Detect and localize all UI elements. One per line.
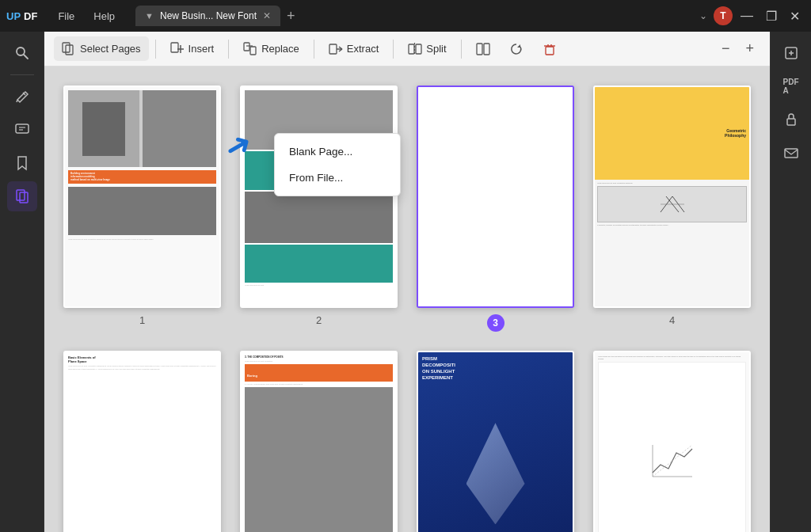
select-pages-button[interactable]: Select Pages: [54, 36, 149, 61]
active-tab[interactable]: ▼ New Busin... New Font ✕: [135, 6, 280, 26]
user-avatar[interactable]: T: [714, 6, 733, 25]
page-thumb-5[interactable]: Basic Elements ofPlane Space Lorem ipsum…: [63, 351, 221, 532]
page-item-5: Basic Elements ofPlane Space Lorem ipsum…: [63, 351, 221, 532]
replace-label: Replace: [261, 43, 299, 55]
zoom-in-button[interactable]: +: [739, 37, 760, 60]
page-thumb-6[interactable]: 3. THE COMPOSITION OF POINTS Lorem ipsum…: [240, 351, 398, 532]
page-thumb-8[interactable]: These studies and their foundations for …: [593, 351, 751, 532]
sidebar-bookmark-icon[interactable]: [7, 148, 37, 178]
right-sidebar-pdfa-icon[interactable]: PDFA: [776, 71, 806, 101]
pages-grid: Building environmentinformation modeling…: [44, 66, 770, 532]
page-number-4: 4: [669, 314, 675, 326]
page-number-1: 1: [139, 314, 145, 326]
right-sidebar: PDFA: [770, 32, 811, 532]
svg-line-37: [653, 445, 692, 477]
tab-title: New Busin... New Font: [160, 10, 257, 21]
app-logo: UPDF: [6, 10, 37, 22]
tab-area: ▼ New Busin... New Font ✕ +: [135, 6, 693, 26]
sidebar-comment-icon[interactable]: [7, 115, 37, 145]
tab-close-button[interactable]: ✕: [263, 10, 271, 21]
dropdown-arrow-icon[interactable]: ⌄: [699, 10, 707, 21]
svg-rect-41: [787, 119, 795, 125]
minimize-button[interactable]: —: [736, 6, 758, 26]
new-tab-button[interactable]: +: [287, 8, 295, 25]
main-layout: Select Pages Insert Replace: [0, 32, 811, 532]
page-item-7: PRISMDECOMPOSITION SUNLIGHTEXPERIMENT Pa…: [417, 351, 574, 532]
maximize-button[interactable]: ❐: [761, 6, 782, 27]
page-thumb-4[interactable]: GeometricPhilosophy Lorem ipsum dolor si…: [593, 86, 751, 308]
svg-marker-26: [517, 44, 520, 48]
blank-page-option[interactable]: Blank Page...: [275, 139, 400, 165]
sidebar-edit-icon[interactable]: [7, 82, 37, 112]
svg-rect-7: [17, 190, 25, 200]
right-sidebar-lock-icon[interactable]: [776, 104, 806, 135]
page-item-8: These studies and their foundations for …: [593, 351, 751, 532]
dual-page-button[interactable]: [468, 37, 498, 61]
file-menu[interactable]: File: [50, 7, 82, 25]
content-area: Select Pages Insert Replace: [44, 32, 770, 532]
toolbar-separator-3: [314, 40, 314, 59]
toolbar-separator-2: [228, 40, 229, 59]
logo-df: DF: [24, 10, 37, 22]
toolbar: Select Pages Insert Replace: [44, 32, 770, 66]
insert-icon: [170, 41, 185, 56]
select-pages-label: Select Pages: [80, 43, 141, 55]
extract-label: Extract: [347, 43, 379, 55]
logo-up: UP: [6, 10, 21, 22]
rotate-button[interactable]: [501, 37, 531, 61]
title-bar: UPDF File Help ▼ New Busin... New Font ✕…: [0, 0, 811, 32]
from-file-option[interactable]: From File...: [275, 165, 400, 191]
extract-button[interactable]: Extract: [321, 36, 386, 61]
split-button[interactable]: Split: [400, 36, 454, 61]
insert-button[interactable]: Insert: [162, 36, 223, 61]
page-item-3: 3: [417, 86, 574, 332]
sidebar-divider: [10, 74, 34, 75]
zoom-out-button[interactable]: −: [715, 37, 737, 60]
insert-label: Insert: [188, 43, 215, 55]
menu-bar: File Help: [50, 7, 123, 25]
svg-rect-25: [484, 44, 489, 55]
svg-line-2: [17, 100, 17, 102]
page-item-4: GeometricPhilosophy Lorem ipsum dolor si…: [593, 86, 751, 332]
delete-button[interactable]: [535, 37, 565, 61]
svg-rect-22: [416, 44, 421, 54]
svg-rect-11: [171, 43, 178, 52]
help-menu[interactable]: Help: [86, 7, 123, 25]
page-thumb-2[interactable]: Lorem ipsum dolor sit amet: [240, 86, 398, 308]
left-sidebar: [0, 32, 44, 532]
toolbar-separator-5: [461, 40, 462, 59]
split-label: Split: [426, 43, 446, 55]
sidebar-pages-icon[interactable]: [7, 181, 37, 211]
toolbar-separator-1: [155, 40, 156, 59]
close-button[interactable]: ✕: [785, 6, 805, 27]
svg-line-1: [24, 55, 28, 59]
page-item-1: Building environmentinformation modeling…: [63, 86, 221, 332]
sidebar-search-icon[interactable]: [7, 38, 37, 68]
svg-rect-42: [785, 149, 798, 158]
replace-icon: [243, 41, 257, 56]
page-number-2: 2: [316, 314, 322, 326]
select-pages-icon: [62, 41, 76, 56]
right-sidebar-mail-icon[interactable]: [776, 138, 806, 168]
page-item-2: Lorem ipsum dolor sit amet 2: [240, 86, 398, 332]
svg-rect-21: [409, 44, 414, 54]
svg-rect-8: [20, 192, 28, 203]
svg-rect-14: [244, 43, 249, 51]
right-sidebar-export-icon[interactable]: [776, 38, 806, 68]
window-controls: ⌄ T — ❐ ✕: [699, 6, 805, 27]
extract-icon: [329, 41, 343, 56]
toolbar-separator-4: [393, 40, 394, 59]
split-icon: [408, 41, 422, 56]
svg-rect-27: [546, 47, 554, 55]
svg-rect-4: [16, 124, 29, 133]
page-item-6: 3. THE COMPOSITION OF POINTS Lorem ipsum…: [240, 351, 398, 532]
svg-rect-17: [329, 44, 337, 54]
svg-rect-15: [250, 47, 256, 55]
replace-button[interactable]: Replace: [235, 36, 307, 61]
page-thumb-3[interactable]: [417, 86, 574, 308]
page-thumb-1[interactable]: Building environmentinformation modeling…: [63, 86, 221, 308]
page-number-badge-3: 3: [487, 314, 504, 332]
page-thumb-7[interactable]: PRISMDECOMPOSITION SUNLIGHTEXPERIMENT Pa…: [417, 351, 574, 532]
tab-icon: ▼: [145, 11, 154, 21]
insert-dropdown-menu: Blank Page... From File...: [274, 133, 401, 196]
